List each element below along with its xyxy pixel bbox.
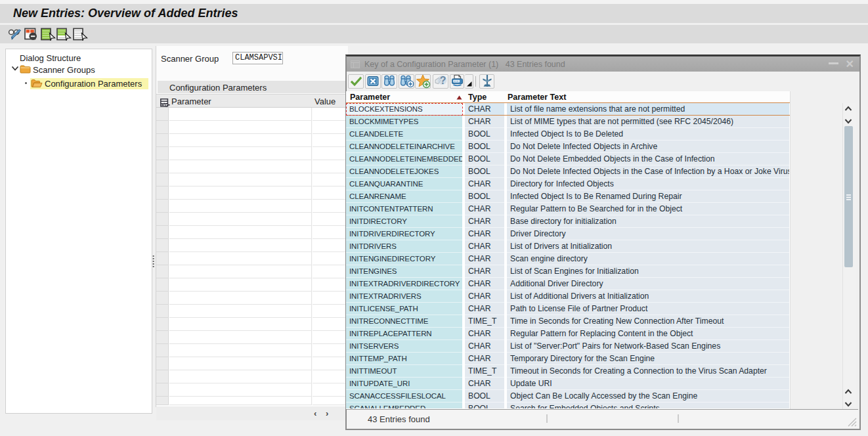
svg-text:?: ? <box>440 75 446 86</box>
